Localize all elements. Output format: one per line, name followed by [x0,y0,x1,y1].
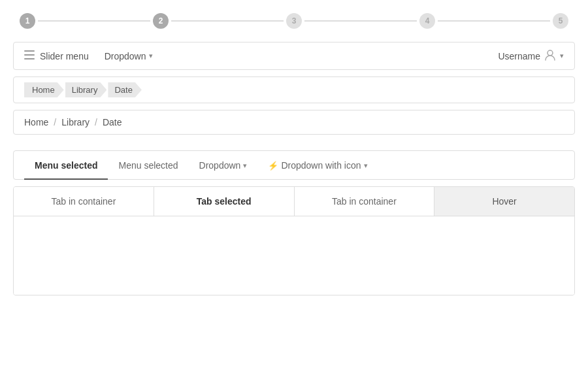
breadcrumb-tab-date[interactable]: Date [108,82,141,97]
step-line-4 [438,20,550,22]
step-2[interactable]: 2 [153,13,169,29]
svg-rect-2 [24,58,35,59]
dropdown-chevron-icon: ▾ [243,161,247,170]
username-label: Username [498,51,540,61]
menu-tab-dropdown[interactable]: Dropdown ▾ [189,151,258,180]
navbar-left: Slider menu Dropdown ▾ [24,50,153,61]
step-5[interactable]: 5 [553,13,568,29]
user-icon [544,49,556,63]
container-tabs-body [14,216,574,295]
step-line-1 [38,20,150,22]
step-1[interactable]: 1 [20,13,35,29]
breadcrumb-simple: Home / Library / Date [13,110,575,135]
step-3[interactable]: 3 [286,13,302,29]
container-tab-selected[interactable]: Tab selected [154,187,295,216]
container-tabs-header: Tab in container Tab selected Tab in con… [14,187,574,216]
svg-rect-0 [24,50,35,52]
navbar: Slider menu Dropdown ▾ Username ▾ [13,42,575,70]
breadcrumb-tab-home[interactable]: Home [24,82,64,97]
breadcrumb-item-date[interactable]: Date [103,117,122,127]
svg-point-3 [547,50,553,56]
lightning-icon: ⚡ [268,161,278,171]
breadcrumb-tab-library[interactable]: Library [65,82,107,97]
chevron-down-icon: ▾ [149,52,153,60]
breadcrumb-item-library[interactable]: Library [61,117,90,127]
step-line-2 [171,20,284,22]
menu-tab-dropdown-icon[interactable]: ⚡ Dropdown with icon ▾ [257,151,378,180]
container-tab-hover[interactable]: Hover [434,187,574,216]
menu-icon [24,50,35,61]
step-4[interactable]: 4 [419,13,435,29]
navbar-brand[interactable]: Slider menu [24,50,89,61]
menu-tab-1[interactable]: Menu selected [108,151,188,180]
step-line-3 [304,20,417,22]
menu-tab-0[interactable]: Menu selected [24,151,108,180]
svg-rect-1 [24,54,35,56]
breadcrumb-separator-1: / [54,117,56,127]
breadcrumb-tab-nav: Home Library Date [13,76,575,103]
navbar-right: Username ▾ [498,49,564,63]
brand-label: Slider menu [40,51,89,61]
container-tab-2[interactable]: Tab in container [295,187,435,216]
container-tabs: Tab in container Tab selected Tab in con… [13,186,575,295]
dropdown-label: Dropdown [105,51,146,61]
container-tab-0[interactable]: Tab in container [14,187,154,216]
breadcrumb-separator-2: / [95,117,97,127]
stepper: 1 2 3 4 5 [13,13,575,29]
navbar-dropdown[interactable]: Dropdown ▾ [105,51,153,61]
dropdown-with-icon-chevron-icon: ▾ [364,161,368,170]
user-chevron-icon: ▾ [560,52,564,60]
breadcrumb-item-home[interactable]: Home [24,117,48,127]
menu-tabs: Menu selected Menu selected Dropdown ▾ ⚡… [13,150,575,180]
